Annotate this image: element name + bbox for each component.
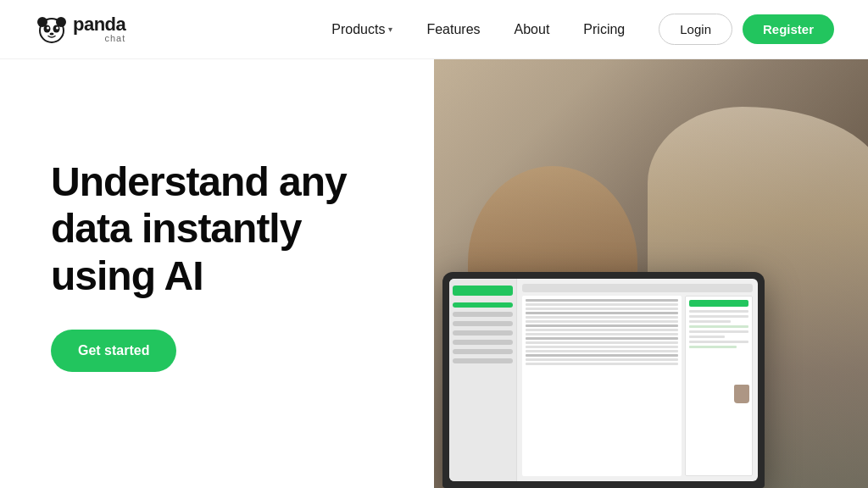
logo-name: panda bbox=[73, 15, 125, 34]
hero-section: Understand any data instantly using AI G… bbox=[0, 59, 868, 488]
laptop-content bbox=[522, 296, 753, 476]
laptop-document bbox=[522, 296, 682, 476]
laptop-main-area bbox=[517, 279, 758, 481]
get-started-button[interactable]: Get started bbox=[51, 330, 176, 372]
svg-point-6 bbox=[56, 26, 58, 29]
laptop-sidebar-item bbox=[453, 349, 513, 354]
logo-icon bbox=[34, 12, 70, 47]
laptop-app bbox=[449, 279, 758, 481]
hero-content: Understand any data instantly using AI G… bbox=[0, 59, 434, 488]
svg-point-7 bbox=[50, 32, 54, 35]
svg-point-5 bbox=[47, 26, 49, 29]
logo-text: panda chat bbox=[73, 15, 125, 43]
logo[interactable]: panda chat bbox=[34, 12, 125, 47]
nav-item-pricing[interactable]: Pricing bbox=[570, 15, 638, 44]
laptop-sidebar-item bbox=[453, 358, 513, 363]
coffee-cup bbox=[734, 385, 749, 403]
laptop-sidebar-item bbox=[453, 312, 513, 317]
laptop-sidebar bbox=[449, 279, 517, 481]
nav-item-features[interactable]: Features bbox=[413, 15, 493, 44]
hero-image bbox=[434, 59, 868, 488]
laptop bbox=[442, 272, 765, 488]
login-button[interactable]: Login bbox=[659, 14, 732, 45]
laptop-sidebar-item bbox=[453, 321, 513, 326]
laptop-sidebar-item bbox=[453, 302, 513, 308]
nav-buttons: Login Register bbox=[659, 14, 834, 45]
header: panda chat Products ▾ Features About Pri… bbox=[0, 0, 868, 59]
main-nav: Products ▾ Features About Pricing Login … bbox=[318, 14, 834, 45]
laptop-sidebar-item bbox=[453, 340, 513, 345]
hero-title: Understand any data instantly using AI bbox=[51, 158, 400, 299]
laptop-header bbox=[522, 284, 753, 292]
laptop-screen bbox=[449, 279, 758, 481]
register-button[interactable]: Register bbox=[743, 14, 834, 44]
nav-item-about[interactable]: About bbox=[501, 15, 564, 44]
laptop-sidebar-item bbox=[453, 330, 513, 336]
logo-subtitle: chat bbox=[73, 34, 125, 43]
nav-item-products[interactable]: Products ▾ bbox=[318, 15, 406, 44]
laptop-logo bbox=[453, 286, 513, 296]
chevron-down-icon: ▾ bbox=[388, 25, 392, 34]
hero-background bbox=[434, 59, 868, 488]
